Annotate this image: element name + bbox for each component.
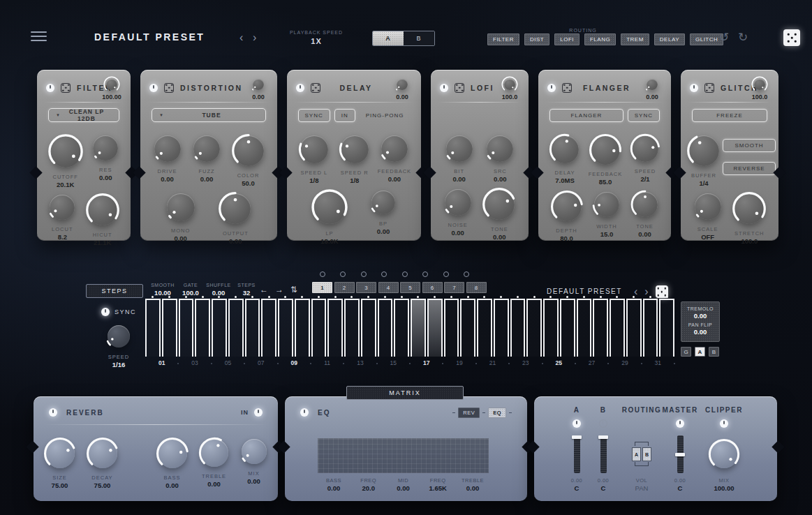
- reverb-treble-knob-dial[interactable]: [197, 435, 232, 470]
- distortion-fuzz-knob[interactable]: FUZZ0.00: [190, 132, 223, 183]
- seq-preset-next-button[interactable]: ›: [644, 286, 648, 297]
- tremolo-panflip-box[interactable]: TREMOLO 0.00 PAN FLIP 0.00: [681, 301, 720, 342]
- eq-param-value[interactable]: 0.00: [318, 484, 350, 492]
- reverb-decay-knob[interactable]: DECAY75.00: [84, 435, 121, 489]
- step-bar-11[interactable]: [311, 299, 327, 357]
- step-bar-17[interactable]: [411, 299, 426, 357]
- step-bar-9[interactable]: [278, 299, 293, 357]
- eq-param-value[interactable]: 0.00: [387, 484, 420, 492]
- fader-handle[interactable]: [675, 453, 685, 456]
- flanger-delay-knob[interactable]: DELAY7.0MS: [547, 132, 582, 184]
- flanger-speed-knob-dial[interactable]: [628, 132, 662, 165]
- eq-view-button[interactable]: EQ: [488, 408, 506, 418]
- clipper-mix-knob-dial[interactable]: [707, 437, 741, 472]
- reverb-size-knob-dial[interactable]: [42, 435, 78, 472]
- glitch-scale-knob[interactable]: SCALEOFF: [691, 190, 725, 241]
- undo-icon[interactable]: ↺: [719, 31, 729, 43]
- delay-amount-knob[interactable]: [390, 75, 414, 94]
- glitch-dice-icon[interactable]: [704, 83, 714, 93]
- pattern-slot-4-button[interactable]: 4: [378, 282, 399, 293]
- seq-param-value[interactable]: 100.0: [177, 289, 205, 297]
- glitch-freeze-button[interactable]: FREEZE: [692, 109, 767, 122]
- lofi-noise-knob-dial[interactable]: [441, 186, 475, 219]
- filter-locut-knob[interactable]: LOCUT8.2: [46, 191, 78, 241]
- clipper-power-icon[interactable]: [720, 419, 728, 428]
- step-bar-26[interactable]: [560, 299, 575, 357]
- distortion-color-knob[interactable]: COLOR50.0: [230, 132, 267, 187]
- step-bar-18[interactable]: [427, 299, 443, 357]
- glitch-amount-knob[interactable]: [748, 75, 772, 94]
- randomize-dice-icon[interactable]: [783, 29, 800, 46]
- lofi-power-icon[interactable]: [440, 84, 448, 92]
- flanger-dice-icon[interactable]: [562, 83, 572, 93]
- flanger-width-knob[interactable]: WIDTH15.0: [591, 188, 623, 238]
- step-bar-10[interactable]: [295, 299, 310, 357]
- delay-amount-knob-dial[interactable]: [393, 75, 411, 94]
- distortion-drive-knob-dial[interactable]: [151, 132, 184, 165]
- distortion-dice-icon[interactable]: [164, 83, 174, 93]
- routing-button-dist[interactable]: DIST: [524, 33, 549, 45]
- step-bar-21[interactable]: [477, 299, 492, 357]
- delay-lp-knob[interactable]: LP18.0K: [309, 187, 350, 245]
- delay-speed-r-knob[interactable]: SPEED R1/8: [337, 132, 372, 184]
- filter-locut-knob-dial[interactable]: [46, 191, 78, 223]
- delay-sync-button[interactable]: SYNC: [298, 109, 330, 122]
- step-bar-29[interactable]: [610, 299, 625, 357]
- a-power-icon[interactable]: [573, 419, 581, 428]
- delay-feedback-knob[interactable]: FEEDBACK0.00: [378, 132, 411, 183]
- flanger-tone-knob[interactable]: TONE0.00: [629, 188, 661, 238]
- master-fader[interactable]: [677, 435, 684, 473]
- seq-speed-knob-dial[interactable]: [104, 322, 133, 351]
- gab-button-g[interactable]: G: [681, 347, 691, 357]
- routing-button-filter[interactable]: FILTER: [487, 33, 519, 45]
- menu-icon[interactable]: [31, 31, 47, 42]
- step-bar-2[interactable]: [162, 299, 177, 357]
- pattern-slot-2-button[interactable]: 2: [334, 282, 355, 293]
- filter-amount-knob-dial[interactable]: [103, 75, 121, 94]
- reverb-power-icon[interactable]: [49, 408, 57, 417]
- step-bar-13[interactable]: [344, 299, 360, 357]
- delay-speed-l-knob[interactable]: SPEED L1/8: [297, 132, 332, 184]
- ab-router-graphic[interactable]: AB: [629, 438, 654, 470]
- step-bar-5[interactable]: [212, 299, 227, 357]
- flanger-depth-knob-dial[interactable]: [549, 188, 585, 225]
- step-bar-20[interactable]: [460, 299, 475, 357]
- seq-preset-prev-button[interactable]: ‹: [634, 286, 637, 297]
- step-bar-27[interactable]: [577, 299, 592, 357]
- glitch-power-icon[interactable]: [690, 84, 698, 92]
- filter-hicut-knob-dial[interactable]: [84, 191, 121, 229]
- reverb-decay-knob-dial[interactable]: [84, 435, 121, 472]
- pattern-slot-1-button[interactable]: 1: [312, 282, 332, 293]
- distortion-power-icon[interactable]: [149, 84, 158, 92]
- delay-bp-knob-dial[interactable]: [368, 187, 399, 218]
- distortion-fuzz-knob-dial[interactable]: [190, 132, 223, 165]
- pattern-slot-8-button[interactable]: 8: [466, 282, 487, 293]
- routing-button-lofi[interactable]: LOFI: [554, 33, 580, 45]
- step-bar-8[interactable]: [261, 299, 276, 357]
- step-bar-7[interactable]: [245, 299, 260, 357]
- lofi-tone-knob-dial[interactable]: [480, 186, 518, 223]
- step-bar-22[interactable]: [494, 299, 509, 357]
- flanger-width-knob-dial[interactable]: [591, 188, 623, 221]
- ab-toggle-a[interactable]: A: [373, 31, 404, 45]
- seq-speed-knob[interactable]: SPEED1/16: [104, 322, 133, 368]
- pattern-slot-5-button[interactable]: 5: [400, 282, 420, 293]
- step-bar-12[interactable]: [327, 299, 343, 357]
- delay-in-button[interactable]: IN: [334, 109, 355, 122]
- reverb-bass-knob[interactable]: BASS0.00: [154, 435, 191, 489]
- flanger-speed-knob[interactable]: SPEED2/1: [628, 132, 662, 183]
- matrix-button[interactable]: MATRIX: [346, 386, 464, 400]
- fader-handle[interactable]: [598, 435, 608, 439]
- distortion-output-knob[interactable]: OUTPUT0.00: [216, 190, 254, 245]
- lofi-src-knob-dial[interactable]: [483, 132, 517, 165]
- flanger-tone-knob-dial[interactable]: [629, 188, 661, 221]
- steps-mode-button[interactable]: STEPS: [86, 284, 143, 298]
- gab-button-a[interactable]: A: [695, 347, 705, 357]
- lofi-dice-icon[interactable]: [455, 83, 464, 93]
- pattern-slot-4-circle[interactable]: [381, 271, 387, 277]
- lofi-amount-knob[interactable]: [498, 75, 522, 94]
- step-bar-14[interactable]: [361, 299, 376, 357]
- step-bar-32[interactable]: [659, 299, 674, 357]
- distortion-drive-knob[interactable]: DRIVE0.00: [151, 132, 184, 183]
- step-bar-15[interactable]: [378, 299, 393, 357]
